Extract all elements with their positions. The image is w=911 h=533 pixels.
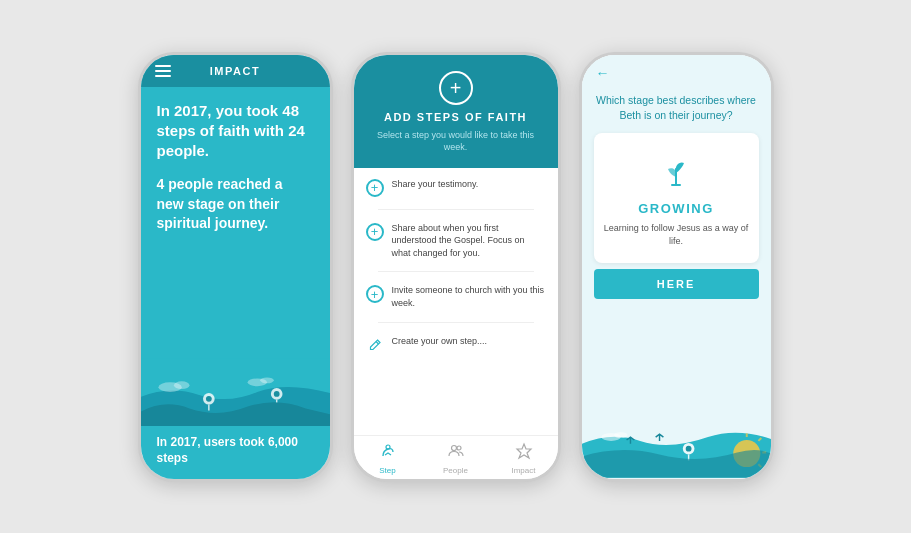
phone-center: + ADD STEPS OF FAITH Select a step you w… bbox=[351, 52, 561, 482]
left-landscape bbox=[141, 357, 330, 427]
phone-right: ← Which stage best describes where Beth … bbox=[579, 52, 774, 482]
step-text-1: Share your testimony. bbox=[392, 178, 479, 191]
step-plus-icon-2[interactable]: + bbox=[366, 223, 384, 241]
svg-point-2 bbox=[173, 381, 189, 389]
nav-people-label: People bbox=[443, 466, 468, 475]
svg-point-18 bbox=[685, 445, 691, 451]
right-landscape bbox=[582, 399, 771, 479]
step-nav-icon bbox=[379, 442, 397, 464]
left-title: IMPACT bbox=[181, 65, 290, 77]
divider-2 bbox=[378, 271, 534, 272]
bottom-navbar: Step People bbox=[354, 435, 558, 479]
step-text-4: Create your own step.... bbox=[392, 335, 488, 348]
impact-nav-icon bbox=[515, 442, 533, 464]
steps-list: + Share your testimony. + Share about wh… bbox=[354, 168, 558, 435]
nav-step[interactable]: Step bbox=[354, 442, 422, 475]
nav-people[interactable]: People bbox=[422, 442, 490, 475]
step-item-3[interactable]: + Invite someone to church with you this… bbox=[366, 284, 546, 309]
nav-step-label: Step bbox=[379, 466, 395, 475]
step-plus-icon-1[interactable]: + bbox=[366, 179, 384, 197]
step-text-2: Share about when you first understood th… bbox=[392, 222, 546, 260]
step-item-1[interactable]: + Share your testimony. bbox=[366, 178, 546, 197]
phone-left: IMPACT In 2017, you took 48 steps of fai… bbox=[138, 52, 333, 482]
right-screen: ← Which stage best describes where Beth … bbox=[582, 55, 771, 479]
growing-card: GROWING Learning to follow Jesus as a wa… bbox=[594, 133, 759, 263]
step-text-3: Invite someone to church with you this w… bbox=[392, 284, 546, 309]
left-bottom-text: In 2017, users took 6,000 steps bbox=[157, 435, 314, 466]
left-stat2: 4 people reached a new stage on their sp… bbox=[157, 175, 314, 234]
left-header: IMPACT bbox=[141, 55, 330, 87]
divider-1 bbox=[378, 209, 534, 210]
right-question: Which stage best describes where Beth is… bbox=[582, 89, 771, 133]
pencil-icon bbox=[366, 336, 384, 354]
step-item-2[interactable]: + Share about when you first understood … bbox=[366, 222, 546, 260]
left-stat1: In 2017, you took 48 steps of faith with… bbox=[157, 101, 314, 162]
left-screen: IMPACT In 2017, you took 48 steps of fai… bbox=[141, 55, 330, 479]
plant-icon bbox=[652, 147, 700, 195]
right-header: ← bbox=[582, 55, 771, 89]
svg-point-11 bbox=[457, 446, 461, 450]
people-nav-icon bbox=[447, 442, 465, 464]
center-header: + ADD STEPS OF FAITH Select a step you w… bbox=[354, 55, 558, 168]
center-subtitle: Select a step you would like to take thi… bbox=[366, 129, 546, 154]
svg-point-16 bbox=[613, 432, 627, 438]
divider-3 bbox=[378, 322, 534, 323]
step-item-4[interactable]: Create your own step.... bbox=[366, 335, 546, 354]
back-arrow-icon[interactable]: ← bbox=[596, 65, 757, 81]
nav-impact-label: Impact bbox=[511, 466, 535, 475]
hamburger-icon[interactable] bbox=[155, 65, 171, 77]
center-title: ADD STEPS OF FAITH bbox=[384, 111, 527, 123]
add-step-icon: + bbox=[439, 71, 473, 105]
here-button[interactable]: HERE bbox=[594, 269, 759, 299]
nav-impact[interactable]: Impact bbox=[490, 442, 558, 475]
center-screen: + ADD STEPS OF FAITH Select a step you w… bbox=[354, 55, 558, 479]
svg-marker-12 bbox=[517, 444, 531, 458]
svg-point-8 bbox=[273, 391, 279, 397]
svg-point-6 bbox=[205, 395, 211, 401]
svg-point-10 bbox=[451, 445, 456, 450]
step-plus-icon-3[interactable]: + bbox=[366, 285, 384, 303]
growing-desc: Learning to follow Jesus as a way of lif… bbox=[604, 222, 749, 249]
svg-point-4 bbox=[260, 377, 274, 383]
growing-title: GROWING bbox=[638, 201, 714, 216]
